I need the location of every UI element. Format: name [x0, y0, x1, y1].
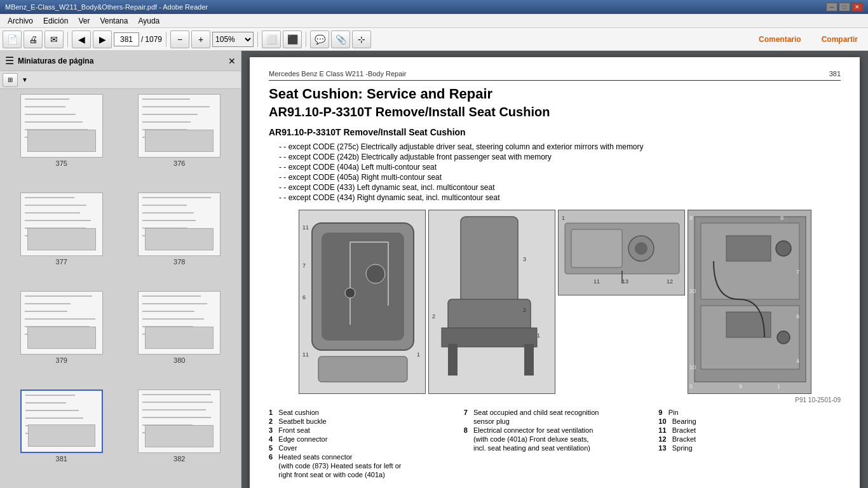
diagram-4: 9 9 10 10 7 6 4 5 9 1 — [688, 210, 811, 394]
legend-6c: right front seat or with code (401a) — [269, 471, 451, 478]
thumbnail-item-381[interactable]: 381 — [5, 390, 118, 483]
svg-rect-13 — [318, 356, 407, 382]
title-bar: MBenz_E-Class_W211_Body&Others-Repair.pd… — [0, 0, 868, 14]
window-controls: ─ □ ✕ — [826, 3, 863, 11]
thumbnail-item-376[interactable]: 376 — [123, 94, 236, 187]
next-page-button[interactable]: ▶ — [93, 30, 112, 48]
svg-rect-40 — [726, 236, 771, 261]
legend-area: 1 Seat cushion 2 Seatbelt buckle 3 Front… — [269, 409, 841, 480]
diagram-ref: P91 10-2501-09 — [269, 396, 841, 403]
thumbnail-image-377 — [20, 193, 103, 256]
comentario-button[interactable]: Comentario — [751, 30, 809, 48]
prev-page-button[interactable]: ◀ — [72, 30, 91, 48]
legend-8: 8 Electrical connector for seat ventilat… — [464, 426, 646, 434]
zoom-select[interactable]: 105% 100% 75% 50% — [212, 32, 254, 47]
section-subtitle: AR91.10-P-3310T Remove/Install Seat Cush… — [269, 105, 841, 119]
procedure-list-item: - except CODE (433) Left dynamic seat, i… — [279, 183, 841, 192]
svg-point-7 — [345, 288, 355, 298]
thumbnail-item-375[interactable]: 375 — [5, 94, 118, 187]
thumbnail-item-380[interactable]: 380 — [123, 291, 236, 384]
legend-6b: (with code (873) Heated seats for left o… — [269, 462, 451, 470]
procedure-list: - except CODE (275c) Electrically adjust… — [269, 142, 841, 202]
thumbnail-image-382 — [138, 390, 220, 453]
toolbar-separator-3 — [257, 32, 258, 47]
fit-width-button[interactable]: ⬛ — [283, 30, 302, 48]
menu-bar: Archivo Edición Ver Ventana Ayuda — [0, 14, 868, 28]
thumbnail-item-377[interactable]: 377 — [5, 193, 118, 286]
thumbnail-item-378[interactable]: 378 — [123, 193, 236, 286]
close-button[interactable]: ✕ — [851, 3, 863, 11]
procedure-list-item: - except CODE (404a) Left multi-contour … — [279, 163, 841, 172]
menu-ayuda[interactable]: Ayuda — [133, 15, 165, 27]
diagram-area: 11 7 6 11 1 — [269, 210, 841, 394]
page-input[interactable] — [114, 32, 139, 46]
svg-text:7: 7 — [302, 262, 306, 269]
svg-text:10: 10 — [689, 364, 696, 370]
legend-3: 3 Front seat — [269, 426, 451, 434]
procedure-list-item: - except CODE (275c) Electrically adjust… — [279, 142, 841, 151]
svg-rect-18 — [448, 344, 458, 376]
thumbnail-item-382[interactable]: 382 — [123, 390, 236, 483]
toolbar-separator-4 — [306, 32, 306, 47]
legend-4: 4 Edge connector — [269, 435, 451, 443]
svg-text:4: 4 — [796, 358, 799, 364]
thumbnail-number-380: 380 — [173, 356, 185, 364]
diagram-1: 11 7 6 11 1 — [299, 210, 426, 394]
legend-8c: incl. seat heating and seat ventilation) — [464, 444, 646, 452]
thumbnail-image-376 — [138, 94, 220, 158]
main-area: ☰ Miniaturas de página ✕ ⊞ ▼ 37537637737… — [0, 51, 868, 488]
legend-9: 9 Pin — [658, 409, 841, 416]
sidebar-menu-icon: ☰ — [5, 55, 14, 67]
zoom-out-button[interactable]: − — [170, 30, 189, 48]
zoom-in-button[interactable]: + — [191, 30, 210, 48]
svg-rect-15 — [461, 217, 518, 306]
attach-button[interactable]: 📎 — [331, 30, 350, 48]
svg-point-39 — [777, 331, 790, 344]
legend-10: 10 Bearing — [658, 417, 841, 425]
sidebar-title: Miniaturas de página — [18, 57, 93, 65]
menu-edicion[interactable]: Edición — [38, 15, 73, 27]
maximize-button[interactable]: □ — [839, 3, 850, 11]
svg-rect-19 — [524, 344, 534, 376]
legend-8b: (with code (401a) Front deluxe seats, — [464, 435, 646, 443]
pdf-page: Mercedes Benz E Class W211 -Body Repair … — [250, 57, 860, 488]
diagram-3-top: 1 11 13 12 — [558, 210, 685, 295]
thumbnail-number-375: 375 — [56, 159, 67, 167]
procedure-title: AR91.10-P-3310T Remove/Install Seat Cush… — [269, 127, 841, 137]
svg-point-6 — [366, 264, 385, 283]
thumbnail-image-381 — [20, 390, 103, 453]
fit-page-button[interactable]: ⬜ — [262, 30, 281, 48]
legend-col-2: 7 Seat occupied and child seat recogniti… — [464, 409, 646, 480]
minimize-button[interactable]: ─ — [826, 3, 837, 11]
thumbnail-image-379 — [20, 291, 103, 355]
compartir-button[interactable]: Compartir — [814, 30, 865, 48]
svg-text:9: 9 — [739, 383, 742, 390]
menu-ventana[interactable]: Ventana — [95, 15, 133, 27]
svg-text:1: 1 — [537, 332, 540, 339]
thumbnail-number-376: 376 — [173, 159, 185, 167]
sidebar-close-icon[interactable]: ✕ — [228, 56, 236, 66]
page-number-display: 381 — [829, 70, 841, 78]
svg-text:5: 5 — [689, 383, 693, 390]
email-button[interactable]: ✉ — [44, 30, 64, 48]
open-button[interactable]: 📄 — [3, 30, 22, 48]
comment-tool-button[interactable]: 💬 — [310, 30, 329, 48]
page-navigation: / 1079 — [114, 32, 162, 46]
svg-rect-16 — [448, 299, 531, 331]
svg-point-28 — [635, 242, 648, 255]
thumbnails-panel[interactable]: 375376377378379380381382 — [0, 89, 241, 488]
sidebar-tool-btn[interactable]: ⊞ — [3, 73, 18, 87]
svg-text:7: 7 — [796, 269, 799, 275]
thumbnail-number-382: 382 — [173, 455, 185, 463]
thumbnail-number-381: 381 — [56, 455, 67, 463]
toolbar-right: Comentario Compartir — [751, 30, 865, 48]
thumbnail-number-379: 379 — [56, 356, 67, 364]
thumbnail-item-379[interactable]: 379 — [5, 291, 118, 384]
print-button[interactable]: 🖨 — [24, 30, 43, 48]
menu-archivo[interactable]: Archivo — [3, 15, 38, 27]
select-button[interactable]: ⊹ — [352, 30, 371, 48]
menu-ver[interactable]: Ver — [73, 15, 95, 27]
thumbnail-image-380 — [138, 291, 220, 355]
toolbar-separator-1 — [67, 32, 68, 47]
pdf-content-area[interactable]: Mercedes Benz E Class W211 -Body Repair … — [241, 51, 868, 488]
